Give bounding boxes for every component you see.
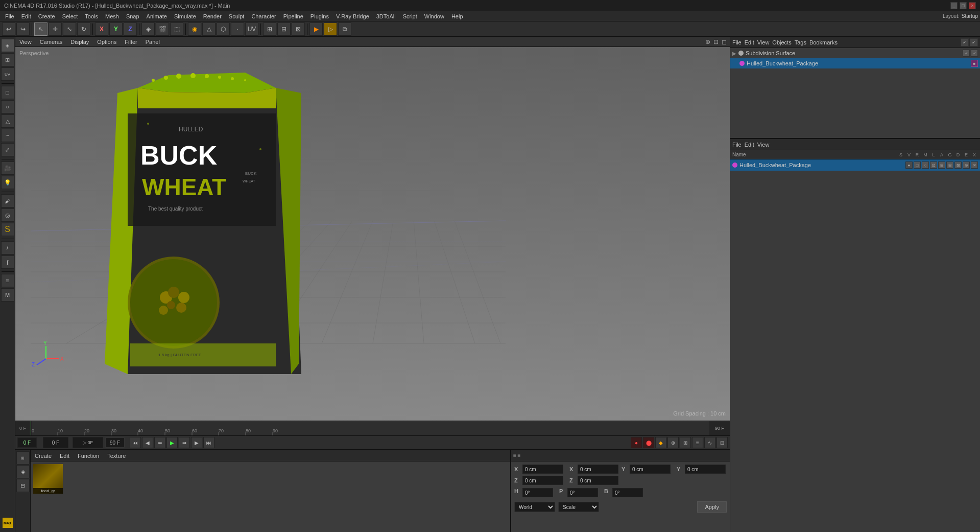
uv-btn[interactable]: UV xyxy=(245,22,258,36)
rotate-tool[interactable]: ↻ xyxy=(77,22,90,36)
poly-btn[interactable]: △ xyxy=(1,114,14,128)
menu-3dtoall[interactable]: 3DToAll xyxy=(373,12,399,20)
obj-tags-menu[interactable]: Tags xyxy=(795,39,806,45)
menu-character[interactable]: Character xyxy=(248,12,279,20)
mat-icon-8[interactable]: ⊙ xyxy=(963,161,970,169)
mat-function-menu[interactable]: Function xyxy=(76,452,101,459)
next-keyframe-btn[interactable]: ▶ xyxy=(191,437,202,448)
menu-pipeline[interactable]: Pipeline xyxy=(280,12,306,20)
vert-select-btn[interactable]: · xyxy=(231,22,244,36)
minimize-button[interactable]: _ xyxy=(950,2,958,9)
x-rot-input[interactable] xyxy=(578,465,618,474)
mat-tool-3[interactable]: ⊟ xyxy=(16,479,30,492)
mat-icon-2[interactable]: □ xyxy=(914,161,921,169)
play-btn[interactable]: ▶ xyxy=(166,437,178,448)
move-tool[interactable]: ✛ xyxy=(49,22,62,36)
last-frame-btn[interactable]: ⏭ xyxy=(203,437,214,448)
obj-select-btn[interactable]: ◉ xyxy=(188,22,201,36)
light-btn[interactable]: 💡 xyxy=(1,176,14,189)
x-pos-input[interactable] xyxy=(522,465,563,474)
scale-dropdown[interactable]: Scale Size xyxy=(558,502,599,512)
mat-tool-1[interactable]: ⊞ xyxy=(16,451,30,465)
window-controls[interactable]: _ □ × xyxy=(950,2,976,9)
prev-keyframe-btn[interactable]: ◀ xyxy=(142,437,153,448)
y-axis-btn[interactable]: Y xyxy=(109,22,123,36)
mat-icon-4[interactable]: ⊡ xyxy=(930,161,937,169)
viewport-menu-display[interactable]: Display xyxy=(68,38,91,45)
sub-icon-1[interactable]: ✓ xyxy=(963,50,970,57)
menu-window[interactable]: Window xyxy=(421,12,447,20)
obj-view-menu[interactable]: View xyxy=(757,39,770,45)
world-dropdown[interactable]: World Object xyxy=(514,502,555,512)
mat-icon-5[interactable]: ⊞ xyxy=(938,161,945,169)
viewport-menu-cameras[interactable]: Cameras xyxy=(38,38,65,45)
camera-btn[interactable]: 🎥 xyxy=(1,161,14,175)
measure-btn[interactable]: / xyxy=(1,241,14,255)
sculpt-btn[interactable]: ◎ xyxy=(1,209,14,222)
viewport-3d[interactable]: HULLED BUCK WHEAT The best quality produ… xyxy=(15,47,730,421)
model-mode-btn[interactable]: ◈ xyxy=(1,39,14,52)
mat-row-package[interactable]: Hulled_Buckwheat_Package ● □ ○ ⊡ ⊞ ⊟ ⊠ ⊙… xyxy=(730,159,980,171)
snap-btn[interactable]: ⊞ xyxy=(263,22,276,36)
play-forward-btn[interactable]: ▷ 0F xyxy=(73,437,103,448)
key-btn[interactable]: ◆ xyxy=(655,437,666,448)
scale-tool[interactable]: ⤡ xyxy=(63,22,76,36)
menu-sculpt[interactable]: Sculpt xyxy=(226,12,248,20)
frame-btn[interactable]: ⬚ xyxy=(170,22,183,36)
cursor-tool[interactable]: ↖ xyxy=(34,22,47,36)
maximize-button[interactable]: □ xyxy=(960,2,967,9)
layers-panel-btn[interactable]: ⊟ xyxy=(716,437,728,448)
apply-button[interactable]: Apply xyxy=(697,501,727,513)
obj-file-menu[interactable]: File xyxy=(732,39,742,45)
frame-counter[interactable]: 0 F xyxy=(17,437,37,448)
curve-btn[interactable]: ∿ xyxy=(704,437,715,448)
obj-icon-check2[interactable]: ✓ xyxy=(970,38,978,47)
mat-icon-9[interactable]: ✕ xyxy=(971,161,978,169)
renderview-btn[interactable]: ▷ xyxy=(324,22,337,36)
menu-create[interactable]: Create xyxy=(35,12,58,20)
poly-select-btn[interactable]: △ xyxy=(202,22,216,36)
menu-file[interactable]: File xyxy=(2,12,17,20)
timeline[interactable]: 0 F 0 10 20 30 40 50 60 70 xyxy=(15,421,730,436)
obj-icon-check1[interactable]: ✓ xyxy=(961,38,969,47)
viewport-icon-1[interactable]: ⊕ xyxy=(704,38,711,45)
nurbs-btn[interactable]: ○ xyxy=(1,100,14,113)
x-axis-btn[interactable]: X xyxy=(95,22,108,36)
next-frame-btn[interactable]: ➡ xyxy=(179,437,190,448)
menu-render[interactable]: Render xyxy=(200,12,225,20)
y-rot-input[interactable] xyxy=(685,465,726,474)
viewport-menu-panel[interactable]: Panel xyxy=(144,38,162,45)
menu-mesh[interactable]: Mesh xyxy=(102,12,122,20)
mat-tool-2[interactable]: ◈ xyxy=(16,465,30,478)
z-pos-input[interactable] xyxy=(522,476,563,485)
render-mode-btn[interactable]: ◈ xyxy=(141,22,155,36)
frame-input-display[interactable]: 0 F xyxy=(43,437,68,448)
viewport-icon-3[interactable]: ◻ xyxy=(721,38,728,45)
edge-select-btn[interactable]: ⬡ xyxy=(217,22,230,36)
viewport-menu-view[interactable]: View xyxy=(17,38,34,45)
mat-edit-menu2[interactable]: Edit xyxy=(745,142,754,148)
viewport-icon-2[interactable]: ⊡ xyxy=(712,38,720,45)
workplane-btn[interactable]: ⊠ xyxy=(292,22,305,36)
timeline-btn[interactable]: ≡ xyxy=(692,437,703,448)
mat-view-menu[interactable]: View xyxy=(757,142,770,148)
spline-btn[interactable]: ~ xyxy=(1,129,14,142)
menu-plugins[interactable]: Plugins xyxy=(307,12,332,20)
redo-button[interactable]: ↪ xyxy=(16,22,30,36)
obj-row-subdivision[interactable]: ▶ Subdivision Surface ✓ ✓ xyxy=(730,48,980,58)
bp-uv-btn[interactable]: UV xyxy=(1,67,14,81)
obj-bookmarks-menu[interactable]: Bookmarks xyxy=(809,39,838,45)
h-input[interactable] xyxy=(522,488,553,497)
b-input[interactable] xyxy=(612,488,643,497)
pkg-icon-1[interactable]: ■ xyxy=(971,60,978,67)
menu-script[interactable]: Script xyxy=(400,12,420,20)
obj-objects-menu[interactable]: Objects xyxy=(772,39,791,45)
object-btn[interactable]: □ xyxy=(1,86,14,99)
close-button[interactable]: × xyxy=(969,2,976,9)
menu-animate[interactable]: Animate xyxy=(144,12,170,20)
layers-btn[interactable]: ≡ xyxy=(1,274,14,287)
viewport-menu-filter[interactable]: Filter xyxy=(123,38,139,45)
mat-create-menu[interactable]: Create xyxy=(33,452,54,459)
menu-snap[interactable]: Snap xyxy=(123,12,142,20)
mat-edit-menu[interactable]: Edit xyxy=(58,452,71,459)
